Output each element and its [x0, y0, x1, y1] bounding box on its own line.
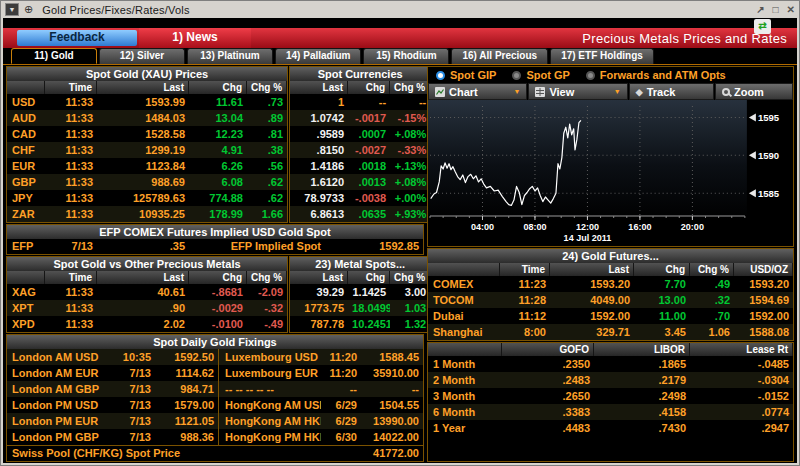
table-row[interactable]: 6.8613.0635+.93% [290, 206, 430, 222]
cell: -.0017 [348, 110, 390, 126]
news-button[interactable]: 1) News [139, 28, 251, 48]
table-row[interactable]: 1 Month.2350.1865-.0485 [428, 356, 793, 372]
maximize-icon[interactable]: □ [773, 4, 779, 15]
table-row[interactable]: Dubai11:121592.0011.00.701592.00 [428, 308, 793, 324]
metal-spots-header-button[interactable]: 23) Metal Spots... [290, 257, 430, 271]
svg-text:1585: 1585 [758, 188, 780, 199]
cell: .73 [247, 94, 287, 110]
table-row[interactable]: ZAR11:3310935.25178.991.66 [7, 206, 287, 222]
cell: 7/13 [113, 365, 155, 381]
table-row[interactable]: 1.6120.0013+.08% [290, 174, 430, 190]
table-row[interactable]: .9589.0007+.08% [290, 126, 430, 142]
col-header: Chg [634, 263, 690, 276]
efp-implied-value: 1592.85 [331, 239, 423, 254]
table-row[interactable]: 78.9733-.0038+.00% [290, 190, 430, 206]
cell: EUR [7, 158, 45, 174]
tab-16-all-precious[interactable]: 16) All Precious [451, 48, 548, 64]
track-button[interactable]: ◆ Track [629, 83, 714, 100]
cell: 1592.50 [155, 349, 219, 365]
zoom-button[interactable]: Zoom [715, 83, 793, 100]
table-row[interactable]: London AM GBP7/13984.71-- -- -- -- -----… [7, 381, 423, 397]
feedback-button[interactable]: Feedback [17, 30, 137, 46]
radio-forwards-atm-opts[interactable]: Forwards and ATM Opts [586, 69, 726, 81]
col-header: Last [290, 81, 348, 94]
table-row[interactable]: 1773.7518.04991.03 [290, 300, 430, 316]
table-row[interactable]: 1 Year.4483.7430.2947 [428, 420, 793, 436]
svg-text:04:00: 04:00 [471, 222, 494, 232]
table-row[interactable]: 3 Month.2650.2498-.0152 [428, 388, 793, 404]
col-header: Time [45, 271, 97, 284]
export-icon[interactable]: ⇄ [754, 19, 771, 34]
main-area: Spot Gold (XAU) Prices Time Last Chg Chg… [3, 65, 797, 463]
cell: 988.36 [155, 429, 219, 445]
cell: 14022.00 [361, 429, 423, 445]
radio-spot-gip[interactable]: Spot GIP [436, 69, 496, 81]
table-row[interactable]: JPY11:33125789.63774.88.62 [7, 190, 287, 206]
target-icon[interactable]: ⊕ [24, 3, 33, 16]
table-row[interactable]: 1.0742-.0017-.15% [290, 110, 430, 126]
cell: 1588.08 [734, 324, 793, 340]
col-header: Chg [189, 271, 247, 284]
vs-metals-rows: XAG11:3340.61-.8681-2.09XPT11:33.90-.002… [7, 284, 287, 332]
table-row[interactable]: London AM USD10:351592.50Luxembourg USD1… [7, 349, 423, 365]
table-row[interactable]: 787.7810.24511.32 [290, 316, 430, 332]
chart-button[interactable]: Chart ▼ [428, 83, 527, 100]
table-row[interactable]: 2 Month.2483.2179-.0304 [428, 372, 793, 388]
close-icon[interactable]: ✕ [787, 4, 795, 15]
cell: CHF [7, 142, 45, 158]
table-row[interactable]: XPD11:332.02-.0100-.49 [7, 316, 287, 332]
table-row[interactable]: TOCOM11:284049.0013.00.321594.69 [428, 292, 793, 308]
cell: -.15% [390, 110, 430, 126]
title-bar: ▼ ⊕ Gold Prices/Fixes/Rates/Vols ↗ □ ✕ [1, 1, 799, 18]
table-row[interactable]: Shanghai8:00329.713.451.061588.08 [428, 324, 793, 340]
tab-15-rhodium[interactable]: 15) Rhodium [363, 48, 449, 64]
metal-spots-rows: 39.291.14253.001773.7518.04991.03787.781… [290, 284, 430, 332]
track-button-label: Track [647, 86, 676, 98]
cell: .4483 [502, 420, 594, 436]
table-row[interactable]: CHF11:331299.194.91.38 [7, 142, 287, 158]
intraday-gold-chart[interactable]: 04:0008:0012:0016:0020:0014 Jul 20111585… [428, 100, 793, 246]
cell: -.8681 [189, 284, 247, 300]
table-row[interactable]: 1---- [290, 94, 430, 110]
cell: .2650 [502, 388, 594, 404]
table-row[interactable]: AUD11:331484.0313.04.89 [7, 110, 287, 126]
table-row[interactable]: London AM EUR7/131114.62Luxembourg EUR11… [7, 365, 423, 381]
radio-dot-icon [436, 71, 445, 80]
efp-row[interactable]: EFP 7/13 .35 EFP Implied Spot 1592.85 [7, 239, 423, 254]
window-menu-icon[interactable]: ▼ [5, 3, 19, 16]
table-row[interactable]: .8150-.0027-.33% [290, 142, 430, 158]
cell: 7/13 [113, 429, 155, 445]
table-row[interactable]: EUR11:331123.846.26.56 [7, 158, 287, 174]
cell: 2 Month [428, 372, 502, 388]
table-row[interactable]: XPT11:33.90-.0029-.32 [7, 300, 287, 316]
tab-11-gold[interactable]: 11) Gold [11, 48, 97, 64]
table-row[interactable]: USD11:331593.9911.61.73 [7, 94, 287, 110]
tab-17-etf-holdings[interactable]: 17) ETF Holdings [550, 48, 654, 64]
cell: 11:28 [500, 292, 550, 308]
table-row[interactable]: 1.4186.0018+.13% [290, 158, 430, 174]
cell: +.13% [390, 158, 430, 174]
svg-text:08:00: 08:00 [523, 222, 546, 232]
table-row[interactable]: 6 Month.3383.4158.0774 [428, 404, 793, 420]
table-row[interactable]: 39.291.14253.00 [290, 284, 430, 300]
tab-12-silver[interactable]: 12) Silver [99, 48, 185, 64]
cell: 11.61 [189, 94, 247, 110]
gold-futures-header-button[interactable]: 24) Gold Futures... [428, 249, 793, 263]
menu-bar: Feedback 1) News Precious Metals Prices … [3, 28, 797, 48]
table-row[interactable]: GBP11:33988.696.08.62 [7, 174, 287, 190]
restore-icon[interactable]: ↗ [756, 4, 764, 15]
table-row[interactable]: London PM GBP7/13988.36HongKong PM HKD6/… [7, 429, 423, 445]
cell: 6/29 [321, 413, 361, 429]
table-row[interactable]: XAG11:3340.61-.8681-2.09 [7, 284, 287, 300]
table-row[interactable]: London PM EUR7/131121.05HongKong AM HKD6… [7, 413, 423, 429]
swiss-pool-row[interactable]: Swiss Pool (CHF/KG) Spot Price 41772.00 [7, 445, 423, 461]
view-button[interactable]: View ▼ [528, 83, 627, 100]
table-row[interactable]: CAD11:331528.5812.23.81 [7, 126, 287, 142]
tab-13-platinum[interactable]: 13) Platinum [187, 48, 273, 64]
radio-spot-gp[interactable]: Spot GP [512, 69, 569, 81]
cell: 787.78 [290, 316, 348, 332]
cell: 7/13 [113, 413, 155, 429]
tab-14-palladium[interactable]: 14) Palladium [275, 48, 361, 64]
table-row[interactable]: London PM USD7/131579.00HongKong AM USD6… [7, 397, 423, 413]
table-row[interactable]: COMEX11:231593.207.70.491593.20 [428, 276, 793, 292]
